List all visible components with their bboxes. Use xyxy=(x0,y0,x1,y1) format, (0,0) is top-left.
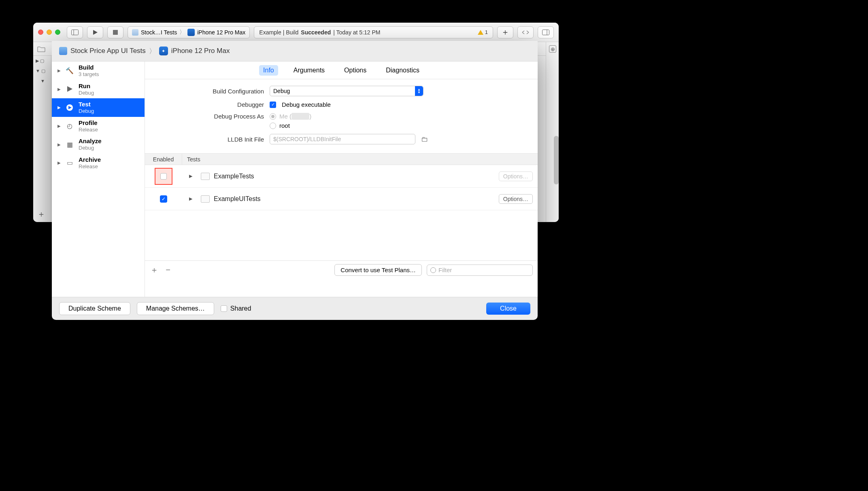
build-config-select[interactable]: Debug ▲▼ xyxy=(270,86,423,96)
activity-status[interactable]: Example | Build Succeeded | Today at 5:1… xyxy=(254,26,493,38)
hammer-icon: 🔨 xyxy=(65,66,74,76)
breadcrumb: Stock Price App UI Tests 〉 ✦ iPhone 12 P… xyxy=(52,41,538,61)
svg-rect-0 xyxy=(72,30,79,35)
shared-label: Shared xyxy=(230,305,251,312)
scheme-name: Stock…I Tests xyxy=(141,29,177,36)
shared-checkbox-group[interactable]: Shared xyxy=(221,305,251,312)
status-text-suffix: | Today at 5:12 PM xyxy=(333,29,380,36)
library-add-icon[interactable]: ⊕ xyxy=(549,45,556,53)
inspector-toggle-button[interactable] xyxy=(538,26,554,38)
test-bundle-icon xyxy=(201,173,210,180)
label-lldb: LLDB Init File xyxy=(155,136,264,143)
breadcrumb-device[interactable]: iPhone 12 Pro Max xyxy=(171,47,230,55)
disclosure-triangle-icon[interactable]: ▶ ▢ xyxy=(33,56,51,66)
close-button[interactable]: Close xyxy=(486,303,530,315)
zoom-window-icon[interactable] xyxy=(55,30,60,35)
disclosure-triangle-icon[interactable]: ▼ ▢ xyxy=(33,66,51,76)
disclosure-icon: ▶ xyxy=(57,142,61,147)
device-name: iPhone 12 Pro Max xyxy=(197,29,245,36)
test-options-button[interactable]: Options… xyxy=(499,194,533,204)
wrench-icon xyxy=(65,103,74,112)
build-config-value: Debug xyxy=(273,88,290,94)
add-test-button[interactable]: ＋ xyxy=(150,265,159,275)
tab-options[interactable]: Options xyxy=(340,65,370,76)
radio-me[interactable] xyxy=(270,113,276,120)
test-row[interactable]: ▶ ExampleTests Options… xyxy=(145,165,538,188)
gauge-icon: ◴ xyxy=(65,121,74,131)
svg-rect-4 xyxy=(542,30,549,35)
test-bundle-icon xyxy=(201,195,210,203)
col-enabled: Enabled xyxy=(145,154,182,165)
status-text-prefix: Example | Build xyxy=(259,29,298,36)
inspector-column: ⊕ xyxy=(546,42,559,222)
sidebar-item-archive[interactable]: ▶ ▭ ArchiveRelease xyxy=(52,154,145,172)
col-tests: Tests xyxy=(182,156,200,163)
simulator-icon xyxy=(187,29,195,36)
scheme-selector[interactable]: Stock…I Tests 〉 iPhone 12 Pro Max xyxy=(128,26,250,38)
sidebar-item-analyze[interactable]: ▶ ▦ AnalyzeDebug xyxy=(52,135,145,154)
radio-root[interactable] xyxy=(270,123,276,129)
archive-icon: ▭ xyxy=(65,158,74,168)
debug-executable-label: Debug executable xyxy=(282,101,331,108)
sidebar-item-sub: Release xyxy=(79,127,98,133)
sidebar-item-label: Analyze xyxy=(79,138,102,145)
enabled-checkbox[interactable]: ✓ xyxy=(160,195,167,203)
disclosure-triangle-icon[interactable]: ▼ xyxy=(33,76,51,86)
scrollbar[interactable] xyxy=(554,136,559,184)
lldb-init-input[interactable]: $(SRCROOT)/LLDBInitFile xyxy=(270,134,415,144)
disclosure-icon[interactable]: ▶ xyxy=(185,174,197,179)
test-options-button[interactable]: Options… xyxy=(499,171,533,181)
code-review-button[interactable] xyxy=(517,26,534,38)
add-button[interactable]: ＋ xyxy=(497,26,513,38)
sidebar-item-label: Build xyxy=(79,64,99,71)
stop-button[interactable] xyxy=(107,26,123,38)
filter-input[interactable]: Filter xyxy=(427,265,533,276)
shared-checkbox[interactable] xyxy=(221,305,227,312)
disclosure-icon: ▶ xyxy=(57,124,61,128)
test-row[interactable]: ✓ ▶ ExampleUITests Options… xyxy=(145,188,538,210)
sidebar-item-sub: Release xyxy=(79,163,101,170)
disclosure-icon: ▶ xyxy=(57,68,61,73)
tab-diagnostics[interactable]: Diagnostics xyxy=(382,65,423,76)
disclosure-icon: ▶ xyxy=(57,87,61,91)
convert-test-plans-button[interactable]: Convert to use Test Plans… xyxy=(334,264,422,276)
sidebar-item-label: Test xyxy=(79,101,94,108)
sidebar-item-profile[interactable]: ▶ ◴ ProfileRelease xyxy=(52,117,145,135)
segment-tabs: Info Arguments Options Diagnostics xyxy=(145,61,538,79)
main-panel: Info Arguments Options Diagnostics Build… xyxy=(145,61,538,297)
sidebar-item-run[interactable]: ▶ RunDebug xyxy=(52,80,145,99)
scheme-sidebar: ▶ 🔨 Build3 targets ▶ RunDebug ▶ TestDebu… xyxy=(52,61,145,297)
sheet-footer: Duplicate Scheme Manage Schemes… Shared … xyxy=(52,297,538,320)
minimize-window-icon[interactable] xyxy=(47,30,52,35)
navigator-toggle-button[interactable] xyxy=(67,26,83,38)
debug-executable-checkbox[interactable]: ✓ xyxy=(270,102,276,108)
enabled-checkbox[interactable] xyxy=(160,173,167,180)
warning-count: 1 xyxy=(485,29,488,35)
tab-arguments[interactable]: Arguments xyxy=(289,65,329,76)
add-navigator-button[interactable]: ＋ xyxy=(37,209,45,220)
disclosure-icon[interactable]: ▶ xyxy=(185,196,197,201)
tab-info[interactable]: Info xyxy=(259,65,278,76)
radio-root-label: root xyxy=(279,122,290,129)
folder-browse-icon[interactable]: 🗀 xyxy=(421,135,428,144)
run-button[interactable] xyxy=(87,26,103,38)
warning-indicator[interactable]: 1 xyxy=(478,29,488,35)
scheme-icon xyxy=(59,47,67,55)
sidebar-item-sub: Debug xyxy=(79,108,94,114)
manage-schemes-button[interactable]: Manage Schemes… xyxy=(137,302,214,315)
sheet-body: ▶ 🔨 Build3 targets ▶ RunDebug ▶ TestDebu… xyxy=(52,61,538,297)
sidebar-item-build[interactable]: ▶ 🔨 Build3 targets xyxy=(52,61,145,80)
filter-placeholder: Filter xyxy=(438,267,452,273)
chevron-right-icon: 〉 xyxy=(149,47,156,56)
svg-marker-2 xyxy=(93,30,98,35)
breadcrumb-scheme[interactable]: Stock Price App UI Tests xyxy=(70,47,146,55)
duplicate-scheme-button[interactable]: Duplicate Scheme xyxy=(59,302,130,315)
close-window-icon[interactable] xyxy=(38,30,43,35)
status-text-bold: Succeeded xyxy=(301,29,331,36)
sidebar-item-test[interactable]: ▶ TestDebug xyxy=(52,98,145,117)
remove-test-button[interactable]: − xyxy=(164,265,172,275)
chevron-right-icon: 〉 xyxy=(179,29,185,36)
titlebar: Stock…I Tests 〉 iPhone 12 Pro Max Exampl… xyxy=(33,23,559,42)
sidebar-item-sub: Debug xyxy=(79,145,102,151)
filter-scope-icon xyxy=(430,267,436,273)
